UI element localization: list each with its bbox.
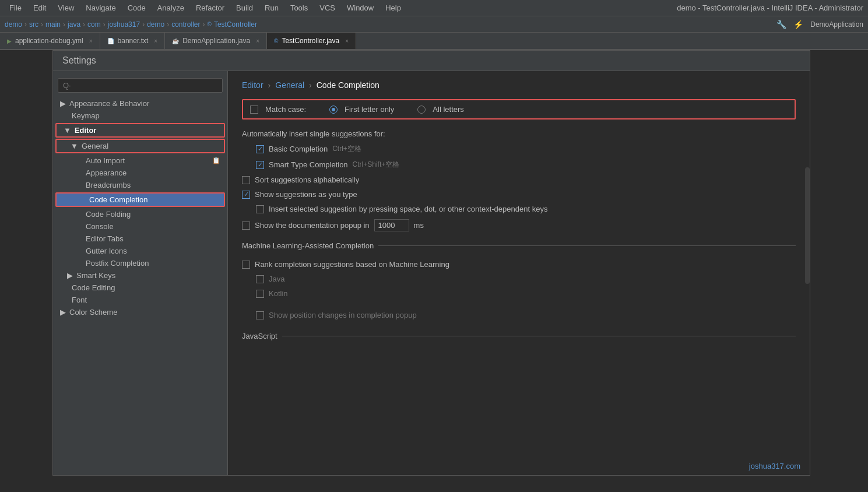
menu-window[interactable]: Window <box>342 2 378 13</box>
menu-build[interactable]: Build <box>231 2 258 13</box>
smart-type-checkbox[interactable] <box>256 161 264 169</box>
nav-code-editing[interactable]: Code Editing <box>53 282 227 294</box>
tab-demo-application[interactable]: ☕ DemoApplication.java × <box>165 33 267 49</box>
tab-label: DemoApplication.java <box>182 37 250 45</box>
breadcrumb-testcontroller[interactable]: TestController <box>214 20 257 29</box>
menu-edit[interactable]: Edit <box>29 2 51 13</box>
rank-ml-row: Rank completion suggestions based on Mac… <box>242 257 796 272</box>
all-letters-radio[interactable] <box>417 106 426 114</box>
breadcrumb-demo2[interactable]: demo <box>147 20 164 29</box>
nav-label: Editor Tabs <box>86 234 124 243</box>
crumb-editor[interactable]: Editor <box>242 80 263 90</box>
menu-code[interactable]: Code <box>123 2 150 13</box>
kotlin-label: Kotlin <box>269 289 288 298</box>
tab-application-debug[interactable]: ▶ application-debug.yml × <box>0 33 100 49</box>
nav-breadcrumbs[interactable]: Breadcrumbs <box>53 179 227 191</box>
menu-vcs[interactable]: VCS <box>315 2 340 13</box>
arrow-right-icon: ▶ <box>60 99 66 108</box>
menu-file[interactable]: File <box>5 2 26 13</box>
menu-tools[interactable]: Tools <box>286 2 312 13</box>
general-outline: ▼ General <box>55 139 225 153</box>
nav-code-folding[interactable]: Code Folding <box>53 208 227 220</box>
nav-label: Color Scheme <box>69 308 117 317</box>
sort-alphabetically-checkbox[interactable] <box>242 176 250 184</box>
yml-icon: ▶ <box>7 38 12 44</box>
menu-bar: File Edit View Navigate Code Analyze Ref… <box>0 0 868 16</box>
breadcrumb-java[interactable]: java <box>68 20 80 29</box>
auto-insert-row: Automatically insert single suggestions … <box>242 126 796 141</box>
show-doc-input[interactable] <box>374 219 409 231</box>
tab-close-test[interactable]: × <box>345 38 349 44</box>
first-letter-radio[interactable] <box>329 106 338 114</box>
ml-section-divider: Machine Learning-Assisted Completion <box>242 241 796 250</box>
ml-section-label: Machine Learning-Assisted Completion <box>242 241 374 250</box>
basic-completion-checkbox[interactable] <box>256 145 264 153</box>
nav-label: Smart Keys <box>76 271 115 280</box>
basic-completion-row: Basic Completion Ctrl+空格 <box>242 141 796 157</box>
settings-search[interactable] <box>58 78 223 93</box>
settings-content: Editor › General › Code Completion Match… <box>228 71 810 475</box>
tab-label: application-debug.yml <box>15 37 83 45</box>
nav-keymap[interactable]: Keymap <box>53 110 227 122</box>
content-breadcrumb: Editor › General › Code Completion <box>242 80 796 90</box>
show-position-label: Show position changes in completion popu… <box>269 311 417 319</box>
crumb-general[interactable]: General <box>275 80 304 90</box>
show-doc-label: Show the documentation popup in <box>255 221 370 230</box>
basic-completion-shortcut: Ctrl+空格 <box>332 144 361 154</box>
show-doc-checkbox[interactable] <box>242 222 250 230</box>
nav-general[interactable]: ▼ General <box>57 140 224 152</box>
menu-analyze[interactable]: Analyze <box>153 2 189 13</box>
breadcrumb-main[interactable]: main <box>45 20 61 29</box>
arrow-right-icon4: ▶ <box>60 308 66 317</box>
menu-run[interactable]: Run <box>260 2 283 13</box>
tab-close-txt[interactable]: × <box>154 38 157 44</box>
tab-banner[interactable]: 📄 banner.txt × <box>100 33 166 49</box>
nav-label: Auto Import <box>86 156 125 165</box>
nav-postfix-completion[interactable]: Postfix Completion <box>53 257 227 269</box>
insert-selected-checkbox[interactable] <box>256 205 264 213</box>
smart-type-label: Smart Type Completion <box>269 160 348 169</box>
match-case-checkbox[interactable] <box>250 106 258 114</box>
breadcrumb-bar: demo › src › main › java › com › joshua3… <box>0 16 868 33</box>
tab-close-demo[interactable]: × <box>256 38 259 44</box>
nav-font[interactable]: Font <box>53 294 227 306</box>
nav-editor-tabs[interactable]: Editor Tabs <box>53 233 227 245</box>
nav-gutter-icons[interactable]: Gutter Icons <box>53 245 227 257</box>
tab-label: banner.txt <box>118 37 149 45</box>
breadcrumb-src[interactable]: src <box>29 20 38 29</box>
show-suggestions-checkbox[interactable] <box>242 191 250 199</box>
menu-refactor[interactable]: Refactor <box>191 2 229 13</box>
kotlin-checkbox[interactable] <box>256 290 264 298</box>
settings-nav: ▶ Appearance & Behavior Keymap ▼ Editor <box>53 71 228 475</box>
nav-smart-keys[interactable]: ▶ Smart Keys <box>53 269 227 282</box>
nav-editor[interactable]: ▼ Editor <box>57 124 224 136</box>
java-label: Java <box>269 275 284 283</box>
smart-type-row: Smart Type Completion Ctrl+Shift+空格 <box>242 157 796 173</box>
nav-appearance-behavior[interactable]: ▶ Appearance & Behavior <box>53 97 227 110</box>
txt-icon: 📄 <box>107 38 114 44</box>
nav-console[interactable]: Console <box>53 220 227 233</box>
nav-auto-import[interactable]: Auto Import 📋 <box>53 154 227 167</box>
section-line <box>378 245 796 246</box>
rank-ml-checkbox[interactable] <box>242 261 250 269</box>
breadcrumb-demo[interactable]: demo <box>5 20 22 29</box>
tab-test-controller[interactable]: © TestController.java × <box>267 33 356 49</box>
tab-bar: ▶ application-debug.yml × 📄 banner.txt ×… <box>0 33 868 50</box>
sort-alphabetically-row: Sort suggestions alphabetically <box>242 173 796 187</box>
rank-ml-label: Rank completion suggestions based on Mac… <box>255 260 449 269</box>
tab-close-yml[interactable]: × <box>89 38 93 44</box>
breadcrumb-com[interactable]: com <box>87 20 101 29</box>
nav-color-scheme[interactable]: ▶ Color Scheme <box>53 306 227 318</box>
show-position-checkbox[interactable] <box>256 311 264 319</box>
java-checkbox[interactable] <box>256 275 264 283</box>
nav-code-completion[interactable]: Code Completion <box>57 194 224 206</box>
show-doc-ms: ms <box>414 221 424 230</box>
breadcrumb-joshua317[interactable]: joshua317 <box>108 20 140 29</box>
menu-navigate[interactable]: Navigate <box>81 2 120 13</box>
nav-appearance[interactable]: Appearance <box>53 167 227 179</box>
first-letter-label: First letter only <box>345 105 394 114</box>
nav-label: Keymap <box>72 111 100 120</box>
breadcrumb-controller[interactable]: controller <box>171 20 200 29</box>
menu-view[interactable]: View <box>53 2 79 13</box>
menu-help[interactable]: Help <box>381 2 406 13</box>
